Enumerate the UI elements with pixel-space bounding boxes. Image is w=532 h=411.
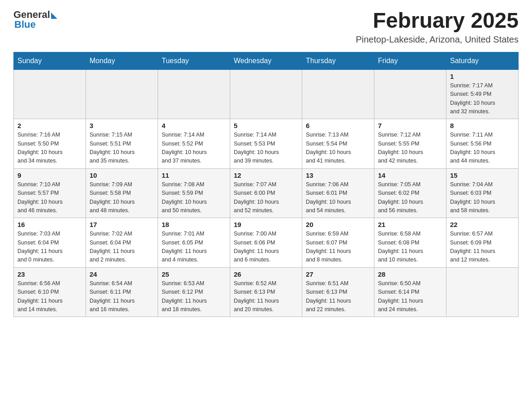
day-info: Sunrise: 7:07 AM Sunset: 6:00 PM Dayligh… xyxy=(234,180,298,215)
table-cell: 8Sunrise: 7:11 AM Sunset: 5:56 PM Daylig… xyxy=(446,119,519,169)
day-info: Sunrise: 7:02 AM Sunset: 6:04 PM Dayligh… xyxy=(90,230,154,265)
day-number: 1 xyxy=(450,73,515,80)
table-cell: 1Sunrise: 7:17 AM Sunset: 5:49 PM Daylig… xyxy=(446,69,519,119)
day-info: Sunrise: 6:50 AM Sunset: 6:14 PM Dayligh… xyxy=(378,279,442,314)
day-info: Sunrise: 6:58 AM Sunset: 6:08 PM Dayligh… xyxy=(378,230,442,265)
table-cell: 5Sunrise: 7:14 AM Sunset: 5:53 PM Daylig… xyxy=(230,119,302,169)
day-info: Sunrise: 7:14 AM Sunset: 5:53 PM Dayligh… xyxy=(234,131,298,166)
calendar-week-1: 1Sunrise: 7:17 AM Sunset: 5:49 PM Daylig… xyxy=(14,69,519,119)
day-number: 12 xyxy=(234,171,298,179)
table-cell: 7Sunrise: 7:12 AM Sunset: 5:55 PM Daylig… xyxy=(374,119,446,169)
day-number: 11 xyxy=(162,171,226,179)
day-info: Sunrise: 6:52 AM Sunset: 6:13 PM Dayligh… xyxy=(234,279,298,314)
table-cell xyxy=(374,69,446,119)
calendar-table: Sunday Monday Tuesday Wednesday Thursday… xyxy=(13,52,519,317)
table-cell: 18Sunrise: 7:01 AM Sunset: 6:05 PM Dayli… xyxy=(158,218,230,268)
day-number: 2 xyxy=(17,122,82,129)
day-info: Sunrise: 6:53 AM Sunset: 6:12 PM Dayligh… xyxy=(162,279,226,314)
day-info: Sunrise: 7:16 AM Sunset: 5:50 PM Dayligh… xyxy=(17,131,82,166)
table-cell xyxy=(230,69,302,119)
calendar-week-3: 9Sunrise: 7:10 AM Sunset: 5:57 PM Daylig… xyxy=(14,168,519,218)
day-number: 18 xyxy=(162,221,226,228)
col-monday: Monday xyxy=(86,52,158,69)
col-saturday: Saturday xyxy=(446,52,519,69)
day-number: 6 xyxy=(306,122,370,129)
day-number: 3 xyxy=(90,122,154,129)
day-info: Sunrise: 7:13 AM Sunset: 5:54 PM Dayligh… xyxy=(306,131,370,166)
table-cell: 20Sunrise: 6:59 AM Sunset: 6:07 PM Dayli… xyxy=(302,218,374,268)
table-cell: 19Sunrise: 7:00 AM Sunset: 6:06 PM Dayli… xyxy=(230,218,302,268)
table-cell xyxy=(14,69,86,119)
day-number: 9 xyxy=(17,171,82,179)
day-info: Sunrise: 7:17 AM Sunset: 5:49 PM Dayligh… xyxy=(450,81,515,116)
day-number: 4 xyxy=(162,122,226,129)
calendar-week-5: 23Sunrise: 6:56 AM Sunset: 6:10 PM Dayli… xyxy=(14,267,519,317)
table-cell: 13Sunrise: 7:06 AM Sunset: 6:01 PM Dayli… xyxy=(302,168,374,218)
day-info: Sunrise: 6:54 AM Sunset: 6:11 PM Dayligh… xyxy=(90,279,154,314)
day-number: 21 xyxy=(378,221,442,228)
table-cell: 25Sunrise: 6:53 AM Sunset: 6:12 PM Dayli… xyxy=(158,267,230,317)
logo-triangle-icon xyxy=(51,13,57,19)
title-area: February 2025 Pinetop-Lakeside, Arizona,… xyxy=(356,9,519,45)
day-number: 13 xyxy=(306,171,370,179)
table-cell: 11Sunrise: 7:08 AM Sunset: 5:59 PM Dayli… xyxy=(158,168,230,218)
table-cell: 27Sunrise: 6:51 AM Sunset: 6:13 PM Dayli… xyxy=(302,267,374,317)
day-number: 5 xyxy=(234,122,298,129)
col-thursday: Thursday xyxy=(302,52,374,69)
col-sunday: Sunday xyxy=(14,52,86,69)
calendar-week-4: 16Sunrise: 7:03 AM Sunset: 6:04 PM Dayli… xyxy=(14,218,519,268)
table-cell: 17Sunrise: 7:02 AM Sunset: 6:04 PM Dayli… xyxy=(86,218,158,268)
table-cell: 21Sunrise: 6:58 AM Sunset: 6:08 PM Dayli… xyxy=(374,218,446,268)
day-info: Sunrise: 7:04 AM Sunset: 6:03 PM Dayligh… xyxy=(450,180,515,215)
calendar-week-2: 2Sunrise: 7:16 AM Sunset: 5:50 PM Daylig… xyxy=(14,119,519,169)
day-number: 7 xyxy=(378,122,442,129)
day-info: Sunrise: 7:01 AM Sunset: 6:05 PM Dayligh… xyxy=(162,230,226,265)
day-info: Sunrise: 7:09 AM Sunset: 5:58 PM Dayligh… xyxy=(90,180,154,215)
day-number: 23 xyxy=(17,270,82,278)
table-cell: 2Sunrise: 7:16 AM Sunset: 5:50 PM Daylig… xyxy=(14,119,86,169)
table-cell: 22Sunrise: 6:57 AM Sunset: 6:09 PM Dayli… xyxy=(446,218,519,268)
day-number: 19 xyxy=(234,221,298,228)
day-number: 16 xyxy=(17,221,82,228)
day-number: 28 xyxy=(378,270,442,278)
day-info: Sunrise: 6:56 AM Sunset: 6:10 PM Dayligh… xyxy=(17,279,82,314)
table-cell: 26Sunrise: 6:52 AM Sunset: 6:13 PM Dayli… xyxy=(230,267,302,317)
table-cell xyxy=(446,267,519,317)
calendar-header-row: Sunday Monday Tuesday Wednesday Thursday… xyxy=(14,52,519,69)
table-cell: 12Sunrise: 7:07 AM Sunset: 6:00 PM Dayli… xyxy=(230,168,302,218)
table-cell: 16Sunrise: 7:03 AM Sunset: 6:04 PM Dayli… xyxy=(14,218,86,268)
day-number: 14 xyxy=(378,171,442,179)
day-info: Sunrise: 7:11 AM Sunset: 5:56 PM Dayligh… xyxy=(450,131,515,166)
col-friday: Friday xyxy=(374,52,446,69)
day-number: 25 xyxy=(162,270,226,278)
day-info: Sunrise: 7:10 AM Sunset: 5:57 PM Dayligh… xyxy=(17,180,82,215)
table-cell: 23Sunrise: 6:56 AM Sunset: 6:10 PM Dayli… xyxy=(14,267,86,317)
logo: General Blue xyxy=(13,9,57,30)
day-number: 15 xyxy=(450,171,515,179)
table-cell: 10Sunrise: 7:09 AM Sunset: 5:58 PM Dayli… xyxy=(86,168,158,218)
day-number: 20 xyxy=(306,221,370,228)
table-cell: 28Sunrise: 6:50 AM Sunset: 6:14 PM Dayli… xyxy=(374,267,446,317)
table-cell: 24Sunrise: 6:54 AM Sunset: 6:11 PM Dayli… xyxy=(86,267,158,317)
day-info: Sunrise: 7:06 AM Sunset: 6:01 PM Dayligh… xyxy=(306,180,370,215)
day-info: Sunrise: 7:05 AM Sunset: 6:02 PM Dayligh… xyxy=(378,180,442,215)
day-info: Sunrise: 7:00 AM Sunset: 6:06 PM Dayligh… xyxy=(234,230,298,265)
day-info: Sunrise: 6:51 AM Sunset: 6:13 PM Dayligh… xyxy=(306,279,370,314)
table-cell xyxy=(86,69,158,119)
day-info: Sunrise: 6:57 AM Sunset: 6:09 PM Dayligh… xyxy=(450,230,515,265)
location-title: Pinetop-Lakeside, Arizona, United States xyxy=(356,34,519,45)
day-number: 10 xyxy=(90,171,154,179)
table-cell: 15Sunrise: 7:04 AM Sunset: 6:03 PM Dayli… xyxy=(446,168,519,218)
table-cell xyxy=(302,69,374,119)
day-info: Sunrise: 7:08 AM Sunset: 5:59 PM Dayligh… xyxy=(162,180,226,215)
month-title: February 2025 xyxy=(356,9,519,33)
day-info: Sunrise: 7:14 AM Sunset: 5:52 PM Dayligh… xyxy=(162,131,226,166)
table-cell xyxy=(158,69,230,119)
day-info: Sunrise: 7:12 AM Sunset: 5:55 PM Dayligh… xyxy=(378,131,442,166)
day-number: 17 xyxy=(90,221,154,228)
day-number: 24 xyxy=(90,270,154,278)
table-cell: 14Sunrise: 7:05 AM Sunset: 6:02 PM Dayli… xyxy=(374,168,446,218)
col-tuesday: Tuesday xyxy=(158,52,230,69)
day-info: Sunrise: 6:59 AM Sunset: 6:07 PM Dayligh… xyxy=(306,230,370,265)
day-number: 27 xyxy=(306,270,370,278)
